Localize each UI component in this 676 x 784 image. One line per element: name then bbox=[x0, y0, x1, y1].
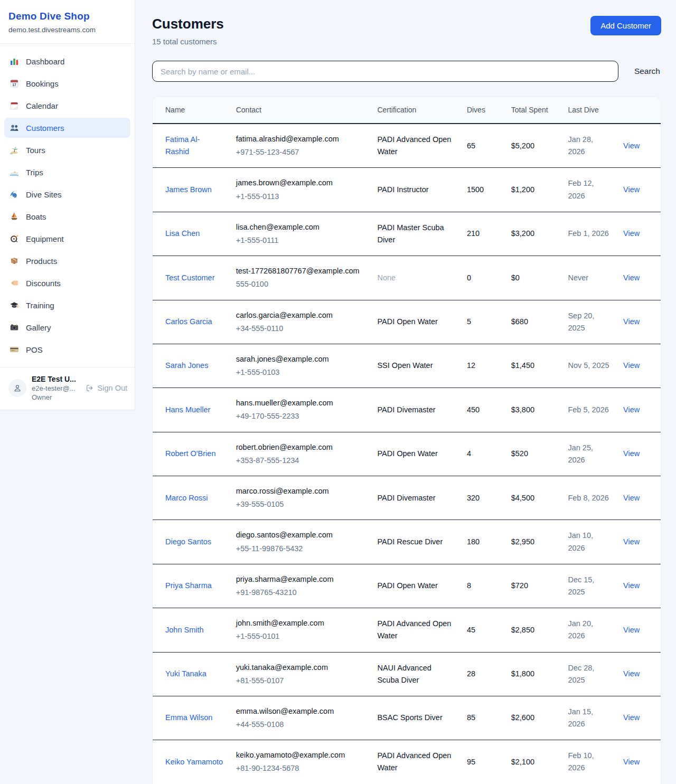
customer-certification: PADI Open Water bbox=[377, 317, 437, 326]
view-link[interactable]: View bbox=[623, 758, 640, 766]
view-link[interactable]: View bbox=[623, 185, 640, 194]
customer-name-link[interactable]: Sarah Jones bbox=[165, 361, 208, 370]
customer-name-link[interactable]: Fatima Al-Rashid bbox=[165, 135, 200, 156]
column-header-total-spent: Total Spent bbox=[505, 97, 562, 124]
wave-icon bbox=[10, 190, 19, 199]
sidebar-item-equipment[interactable]: Equipment bbox=[4, 229, 130, 249]
sidebar-item-label: Tours bbox=[26, 146, 45, 155]
sidebar-item-dive-sites[interactable]: Dive Sites bbox=[4, 184, 130, 204]
customer-last-dive: Jan 10, 2026 bbox=[568, 531, 593, 552]
table-row: Hans Mueller hans.mueller@example.com+49… bbox=[153, 388, 661, 432]
customer-dives: 0 bbox=[467, 273, 471, 282]
shop-domain: demo.test.divestreams.com bbox=[8, 26, 126, 34]
customer-phone: +49-170-555-2233 bbox=[236, 410, 365, 422]
view-link[interactable]: View bbox=[623, 581, 640, 590]
customer-email: fatima.alrashid@example.com bbox=[236, 133, 365, 145]
view-link[interactable]: View bbox=[623, 141, 640, 150]
customer-last-dive: Dec 15, 2025 bbox=[568, 575, 594, 596]
customer-name-link[interactable]: James Brown bbox=[165, 185, 212, 194]
customer-name-link[interactable]: Keiko Yamamoto bbox=[165, 758, 223, 766]
customer-dives: 12 bbox=[467, 361, 475, 370]
view-link[interactable]: View bbox=[623, 669, 640, 678]
bar-chart-icon bbox=[10, 56, 19, 66]
sign-out-button[interactable]: Sign Out bbox=[86, 384, 127, 392]
table-header-row: Name Contact Certification Dives Total S… bbox=[153, 97, 661, 124]
customer-name-link[interactable]: Hans Mueller bbox=[165, 405, 210, 414]
shop-name: Demo Dive Shop bbox=[8, 11, 126, 22]
customer-phone: +91-98765-43210 bbox=[236, 587, 365, 599]
sidebar-item-label: Products bbox=[26, 257, 57, 266]
sidebar-item-label: Dashboard bbox=[26, 57, 64, 66]
customer-email: lisa.chen@example.com bbox=[236, 221, 365, 233]
table-row: Robert O'Brien robert.obrien@example.com… bbox=[153, 432, 661, 476]
customer-name-link[interactable]: Priya Sharma bbox=[165, 581, 212, 590]
sidebar-item-products[interactable]: Products bbox=[4, 251, 130, 271]
sidebar-item-customers[interactable]: Customers bbox=[4, 118, 130, 138]
sidebar-item-trips[interactable]: Trips bbox=[4, 162, 130, 182]
customer-phone: +39-555-0105 bbox=[236, 498, 365, 511]
customer-email: marco.rossi@example.com bbox=[236, 485, 365, 497]
sidebar-item-gallery[interactable]: Gallery bbox=[4, 317, 130, 337]
customer-name-link[interactable]: Emma Wilson bbox=[165, 713, 212, 722]
sidebar-item-calendar[interactable]: Calendar bbox=[4, 96, 130, 116]
view-link[interactable]: View bbox=[623, 713, 640, 722]
view-link[interactable]: View bbox=[623, 317, 640, 326]
avatar bbox=[8, 379, 26, 397]
sidebar-item-tours[interactable]: Tours bbox=[4, 140, 130, 160]
customer-total-spent: $680 bbox=[511, 317, 528, 326]
customer-phone: +34-555-0110 bbox=[236, 323, 365, 335]
customer-dives: 320 bbox=[467, 494, 480, 502]
view-link[interactable]: View bbox=[623, 449, 640, 458]
customer-last-dive: Dec 28, 2025 bbox=[568, 664, 594, 684]
table-row: Yuki Tanaka yuki.tanaka@example.com+81-5… bbox=[153, 652, 661, 696]
customers-table-card: Name Contact Certification Dives Total S… bbox=[152, 97, 661, 784]
package-icon bbox=[10, 256, 19, 266]
customer-name-link[interactable]: Robert O'Brien bbox=[165, 449, 215, 458]
customer-name-link[interactable]: Carlos Garcia bbox=[165, 317, 212, 326]
user-info: E2E Test U... e2e-tester@... Owner bbox=[32, 375, 76, 401]
customer-name-link[interactable]: Marco Rossi bbox=[165, 494, 208, 502]
customer-name-link[interactable]: Yuki Tanaka bbox=[165, 669, 206, 678]
customer-certification: PADI Open Water bbox=[377, 581, 437, 590]
customer-email: keiko.yamamoto@example.com bbox=[236, 749, 365, 761]
credit-card-icon bbox=[10, 345, 19, 354]
sidebar-item-label: Discounts bbox=[26, 279, 61, 288]
customer-dives: 95 bbox=[467, 758, 475, 766]
customer-name-link[interactable]: Lisa Chen bbox=[165, 229, 200, 238]
sidebar-item-dashboard[interactable]: Dashboard bbox=[4, 51, 130, 71]
view-link[interactable]: View bbox=[623, 361, 640, 370]
main-content: Customers 15 total customers Add Custome… bbox=[135, 0, 676, 784]
customer-total-spent: $1,450 bbox=[511, 361, 534, 370]
sidebar-item-bookings[interactable]: 17 Bookings bbox=[4, 73, 130, 93]
view-link[interactable]: View bbox=[623, 405, 640, 414]
sidebar-item-discounts[interactable]: Discounts bbox=[4, 273, 130, 293]
view-link[interactable]: View bbox=[623, 494, 640, 502]
view-link[interactable]: View bbox=[623, 273, 640, 282]
customer-dives: 450 bbox=[467, 405, 480, 414]
view-link[interactable]: View bbox=[623, 229, 640, 238]
customer-name-link[interactable]: Diego Santos bbox=[165, 537, 211, 546]
search-button[interactable]: Search bbox=[633, 63, 661, 79]
customer-last-dive: Never bbox=[568, 273, 588, 282]
sidebar-item-pos[interactable]: POS bbox=[4, 339, 130, 360]
table-row: Sarah Jones sarah.jones@example.com+1-55… bbox=[153, 344, 661, 388]
view-link[interactable]: View bbox=[623, 626, 640, 634]
search-input[interactable] bbox=[152, 61, 618, 82]
customer-dives: 4 bbox=[467, 449, 471, 458]
add-customer-button[interactable]: Add Customer bbox=[590, 16, 661, 35]
page-header-text: Customers 15 total customers bbox=[152, 16, 224, 46]
customer-name-link[interactable]: Test Customer bbox=[165, 273, 214, 282]
customer-phone: +1-555-0113 bbox=[236, 191, 365, 203]
customer-email: sarah.jones@example.com bbox=[236, 353, 365, 365]
customer-total-spent: $0 bbox=[511, 273, 520, 282]
sidebar-item-boats[interactable]: Boats bbox=[4, 206, 130, 226]
customer-email: john.smith@example.com bbox=[236, 617, 365, 629]
view-link[interactable]: View bbox=[623, 537, 640, 546]
customer-certification: PADI Open Water bbox=[377, 449, 437, 458]
customer-phone: 555-0100 bbox=[236, 278, 365, 290]
sidebar-item-training[interactable]: Training bbox=[4, 295, 130, 315]
customer-name-link[interactable]: John Smith bbox=[165, 626, 204, 634]
sidebar-item-label: Training bbox=[26, 301, 54, 310]
column-header-contact: Contact bbox=[230, 97, 371, 124]
user-role: Owner bbox=[32, 393, 76, 401]
